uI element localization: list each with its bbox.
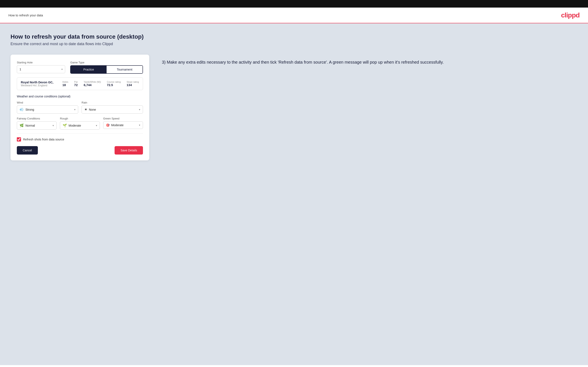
holes-label: Holes: [62, 81, 68, 83]
main-content: How to refresh your data from source (de…: [0, 23, 588, 365]
green-speed-label: Green Speed: [103, 117, 143, 120]
stat-holes: Holes 18: [62, 81, 68, 87]
refresh-checkbox-label: Refresh shots from data source: [23, 138, 64, 141]
page-heading: How to refresh your data from source (de…: [10, 33, 578, 40]
rough-label: Rough: [60, 117, 100, 120]
course-name: Royal North Devon GC,: [21, 81, 53, 84]
header-title: How to refresh your data: [9, 13, 43, 17]
page-subheading: Ensure the correct and most up to date d…: [10, 42, 578, 46]
slope-rating-label: Slope rating: [127, 81, 139, 83]
divider: [17, 133, 143, 133]
form-panel: Starting Hole 1 10 ▾ Game Type Practice …: [10, 55, 149, 160]
course-name-group: Royal North Devon GC, Westward Ho!, Engl…: [21, 81, 53, 87]
tournament-button[interactable]: Tournament: [107, 66, 143, 73]
course-rating-label: Course rating: [107, 81, 121, 83]
starting-hole-row: Starting Hole 1 10 ▾ Game Type Practice …: [17, 61, 143, 74]
par-label: Par: [74, 81, 78, 83]
fairway-icon: 🌿: [19, 124, 24, 127]
starting-hole-group: Starting Hole 1 10 ▾: [17, 61, 65, 74]
fairway-group: Fairway Conditions 🌿 Normal Soft Hard ▾: [17, 117, 57, 130]
rough-group: Rough 🌱 Moderate Light Heavy ▾: [60, 117, 100, 130]
rough-select-wrapper[interactable]: 🌱 Moderate Light Heavy ▾: [60, 121, 100, 130]
side-description: 3) Make any extra edits necessary to the…: [162, 55, 578, 66]
rain-label: Rain: [82, 101, 143, 104]
rain-group: Rain ☀ None Light Heavy ▾: [82, 101, 143, 114]
par-value: 72: [74, 83, 78, 87]
practice-button[interactable]: Practice: [71, 66, 107, 73]
side-text: 3) Make any extra edits necessary to the…: [162, 59, 578, 66]
form-actions: Cancel Save Details: [17, 146, 143, 155]
holes-value: 18: [62, 83, 66, 87]
rain-icon: ☀: [84, 108, 87, 111]
wind-group: Wind 💨 Strong Light None ▾: [17, 101, 78, 114]
green-speed-icon: 🎯: [106, 124, 110, 127]
stat-par: Par 72: [74, 81, 78, 87]
yards-label: Yards/White (M)): [84, 81, 101, 83]
save-button[interactable]: Save Details: [115, 146, 143, 155]
conditions-row-1: Wind 💨 Strong Light None ▾ Rain ☀: [17, 101, 143, 114]
conditions-row-2: Fairway Conditions 🌿 Normal Soft Hard ▾ …: [17, 117, 143, 130]
cancel-button[interactable]: Cancel: [17, 146, 38, 155]
footer: Copyright Clippd 2022: [0, 365, 588, 367]
content-row: Starting Hole 1 10 ▾ Game Type Practice …: [10, 55, 578, 160]
rough-icon: 🌱: [63, 124, 67, 127]
starting-hole-label: Starting Hole: [17, 61, 65, 64]
slope-rating-value: 134: [127, 83, 132, 87]
stat-slope-rating: Slope rating 134: [127, 81, 139, 87]
header: How to refresh your data clippd: [0, 8, 588, 23]
green-speed-select[interactable]: Moderate Slow Fast: [111, 124, 140, 127]
conditions-section-label: Weather and course conditions (optional): [17, 95, 143, 98]
top-bar: [0, 0, 588, 8]
yards-value: 6,744: [84, 83, 92, 87]
refresh-checkbox[interactable]: [17, 137, 21, 142]
course-info-top: Royal North Devon GC, Westward Ho!, Engl…: [21, 81, 139, 87]
rain-select[interactable]: None Light Heavy: [89, 108, 140, 111]
wind-icon: 💨: [19, 108, 24, 111]
stat-course-rating: Course rating 72.5: [107, 81, 121, 87]
fairway-select-wrapper[interactable]: 🌿 Normal Soft Hard ▾: [17, 121, 57, 130]
starting-hole-select-wrapper: 1 10 ▾: [17, 65, 65, 73]
wind-label: Wind: [17, 101, 78, 104]
course-info-box: Royal North Devon GC, Westward Ho!, Engl…: [17, 77, 143, 90]
rough-select[interactable]: Moderate Light Heavy: [69, 124, 97, 127]
logo: clippd: [561, 11, 579, 19]
stat-yards: Yards/White (M)) 6,744: [84, 81, 101, 87]
starting-hole-select[interactable]: 1 10: [17, 65, 65, 73]
refresh-checkbox-row: Refresh shots from data source: [17, 137, 143, 142]
wind-select[interactable]: Strong Light None: [26, 108, 76, 111]
rain-select-wrapper[interactable]: ☀ None Light Heavy ▾: [82, 105, 143, 114]
course-rating-value: 72.5: [107, 83, 113, 87]
fairway-select[interactable]: Normal Soft Hard: [26, 124, 54, 127]
green-speed-select-wrapper[interactable]: 🎯 Moderate Slow Fast ▾: [103, 121, 143, 129]
green-speed-group: Green Speed 🎯 Moderate Slow Fast ▾: [103, 117, 143, 130]
game-type-group: Game Type Practice Tournament: [70, 61, 143, 74]
fairway-label: Fairway Conditions: [17, 117, 57, 120]
wind-select-wrapper[interactable]: 💨 Strong Light None ▾: [17, 105, 78, 114]
course-stats: Holes 18 Par 72 Yards/White (M)) 6,744: [62, 81, 139, 87]
game-type-label: Game Type: [70, 61, 143, 64]
course-location: Westward Ho!, England: [21, 84, 53, 87]
game-type-buttons: Practice Tournament: [70, 65, 143, 74]
